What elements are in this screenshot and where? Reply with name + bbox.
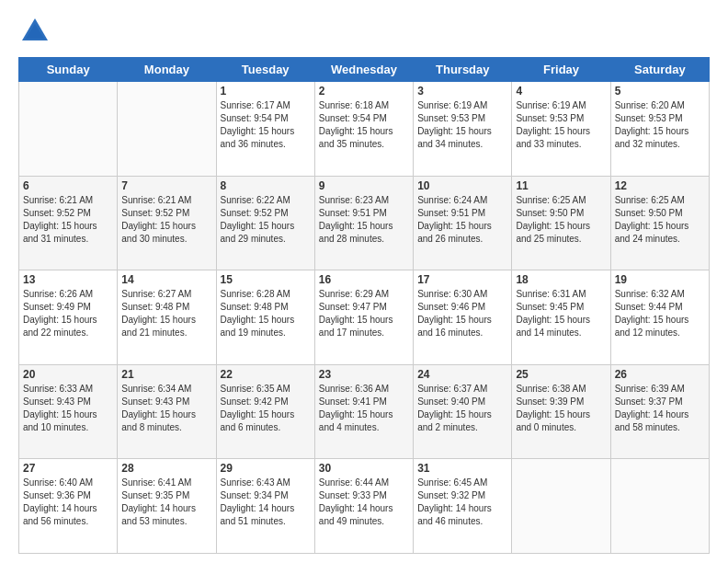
calendar-week-1: 1Sunrise: 6:17 AM Sunset: 9:54 PM Daylig…: [19, 82, 710, 177]
day-number: 11: [516, 179, 606, 192]
calendar-cell: 18Sunrise: 6:31 AM Sunset: 9:45 PM Dayli…: [512, 270, 610, 365]
day-number: 6: [23, 179, 113, 192]
day-number: 4: [516, 85, 606, 98]
calendar-cell: 9Sunrise: 6:23 AM Sunset: 9:51 PM Daylig…: [314, 176, 413, 270]
day-info: Sunrise: 6:43 AM Sunset: 9:34 PM Dayligh…: [221, 477, 311, 528]
calendar-cell: 16Sunrise: 6:29 AM Sunset: 9:47 PM Dayli…: [314, 270, 413, 365]
day-info: Sunrise: 6:39 AM Sunset: 9:37 PM Dayligh…: [615, 383, 705, 434]
day-number: 31: [417, 462, 507, 475]
calendar-table: SundayMondayTuesdayWednesdayThursdayFrid…: [18, 57, 710, 554]
calendar-week-4: 20Sunrise: 6:33 AM Sunset: 9:43 PM Dayli…: [19, 364, 710, 459]
calendar-cell: 31Sunrise: 6:45 AM Sunset: 9:32 PM Dayli…: [414, 459, 512, 554]
day-info: Sunrise: 6:31 AM Sunset: 9:45 PM Dayligh…: [516, 288, 606, 339]
day-info: Sunrise: 6:29 AM Sunset: 9:47 PM Dayligh…: [319, 288, 409, 339]
day-info: Sunrise: 6:22 AM Sunset: 9:52 PM Dayligh…: [221, 194, 311, 246]
calendar-cell: 6Sunrise: 6:21 AM Sunset: 9:52 PM Daylig…: [19, 176, 118, 270]
day-info: Sunrise: 6:21 AM Sunset: 9:52 PM Dayligh…: [23, 194, 113, 246]
day-number: 3: [417, 85, 507, 98]
calendar-cell: 26Sunrise: 6:39 AM Sunset: 9:37 PM Dayli…: [610, 364, 709, 459]
calendar-cell: 25Sunrise: 6:38 AM Sunset: 9:39 PM Dayli…: [512, 364, 610, 459]
day-number: 29: [221, 462, 311, 475]
day-number: 22: [221, 368, 311, 381]
day-info: Sunrise: 6:37 AM Sunset: 9:40 PM Dayligh…: [417, 383, 507, 434]
day-number: 23: [319, 368, 409, 381]
weekday-sunday: Sunday: [19, 58, 118, 82]
calendar-cell: 22Sunrise: 6:35 AM Sunset: 9:42 PM Dayli…: [216, 364, 314, 459]
logo-icon: [18, 15, 51, 48]
day-number: 13: [23, 273, 113, 286]
weekday-wednesday: Wednesday: [314, 58, 413, 82]
weekday-monday: Monday: [118, 58, 216, 82]
calendar-cell: [19, 82, 118, 177]
day-number: 27: [23, 462, 113, 475]
calendar-cell: 29Sunrise: 6:43 AM Sunset: 9:34 PM Dayli…: [216, 459, 314, 554]
calendar-cell: 12Sunrise: 6:25 AM Sunset: 9:50 PM Dayli…: [610, 176, 709, 270]
day-number: 21: [121, 368, 211, 381]
day-info: Sunrise: 6:26 AM Sunset: 9:49 PM Dayligh…: [23, 288, 113, 339]
day-number: 18: [516, 273, 606, 286]
day-info: Sunrise: 6:40 AM Sunset: 9:36 PM Dayligh…: [23, 477, 113, 528]
day-info: Sunrise: 6:19 AM Sunset: 9:53 PM Dayligh…: [516, 99, 606, 151]
day-info: Sunrise: 6:20 AM Sunset: 9:53 PM Dayligh…: [615, 99, 705, 151]
day-info: Sunrise: 6:32 AM Sunset: 9:44 PM Dayligh…: [615, 288, 705, 339]
day-number: 10: [417, 179, 507, 192]
day-info: Sunrise: 6:19 AM Sunset: 9:53 PM Dayligh…: [417, 99, 507, 151]
calendar-cell: 3Sunrise: 6:19 AM Sunset: 9:53 PM Daylig…: [414, 82, 512, 177]
day-number: 24: [417, 368, 507, 381]
day-info: Sunrise: 6:41 AM Sunset: 9:35 PM Dayligh…: [121, 477, 211, 528]
calendar-cell: 11Sunrise: 6:25 AM Sunset: 9:50 PM Dayli…: [512, 176, 610, 270]
calendar-cell: 23Sunrise: 6:36 AM Sunset: 9:41 PM Dayli…: [314, 364, 413, 459]
day-number: 2: [319, 85, 409, 98]
calendar-cell: [512, 459, 610, 554]
day-info: Sunrise: 6:30 AM Sunset: 9:46 PM Dayligh…: [417, 288, 507, 339]
calendar-week-5: 27Sunrise: 6:40 AM Sunset: 9:36 PM Dayli…: [19, 459, 710, 554]
calendar-cell: 4Sunrise: 6:19 AM Sunset: 9:53 PM Daylig…: [512, 82, 610, 177]
calendar-cell: 20Sunrise: 6:33 AM Sunset: 9:43 PM Dayli…: [19, 364, 118, 459]
day-info: Sunrise: 6:45 AM Sunset: 9:32 PM Dayligh…: [417, 477, 507, 528]
day-number: 12: [615, 179, 705, 192]
weekday-friday: Friday: [512, 58, 610, 82]
day-number: 20: [23, 368, 113, 381]
page: SundayMondayTuesdayWednesdayThursdayFrid…: [0, 0, 728, 563]
calendar-cell: [118, 82, 216, 177]
calendar-cell: 19Sunrise: 6:32 AM Sunset: 9:44 PM Dayli…: [610, 270, 709, 365]
calendar-cell: 13Sunrise: 6:26 AM Sunset: 9:49 PM Dayli…: [19, 270, 118, 365]
day-number: 1: [221, 85, 311, 98]
calendar-cell: 21Sunrise: 6:34 AM Sunset: 9:43 PM Dayli…: [118, 364, 216, 459]
day-info: Sunrise: 6:33 AM Sunset: 9:43 PM Dayligh…: [23, 383, 113, 434]
day-info: Sunrise: 6:38 AM Sunset: 9:39 PM Dayligh…: [516, 383, 606, 434]
calendar-cell: 2Sunrise: 6:18 AM Sunset: 9:54 PM Daylig…: [314, 82, 413, 177]
day-info: Sunrise: 6:25 AM Sunset: 9:50 PM Dayligh…: [516, 194, 606, 246]
calendar-cell: 7Sunrise: 6:21 AM Sunset: 9:52 PM Daylig…: [118, 176, 216, 270]
day-info: Sunrise: 6:25 AM Sunset: 9:50 PM Dayligh…: [615, 194, 705, 246]
calendar-cell: 1Sunrise: 6:17 AM Sunset: 9:54 PM Daylig…: [216, 82, 314, 177]
day-number: 9: [319, 179, 409, 192]
day-info: Sunrise: 6:34 AM Sunset: 9:43 PM Dayligh…: [121, 383, 211, 434]
day-number: 19: [615, 273, 705, 286]
calendar-cell: 10Sunrise: 6:24 AM Sunset: 9:51 PM Dayli…: [414, 176, 512, 270]
day-info: Sunrise: 6:24 AM Sunset: 9:51 PM Dayligh…: [417, 194, 507, 246]
calendar-cell: 28Sunrise: 6:41 AM Sunset: 9:35 PM Dayli…: [118, 459, 216, 554]
weekday-tuesday: Tuesday: [216, 58, 314, 82]
calendar-week-2: 6Sunrise: 6:21 AM Sunset: 9:52 PM Daylig…: [19, 176, 710, 270]
day-number: 14: [121, 273, 211, 286]
day-number: 15: [221, 273, 311, 286]
day-number: 17: [417, 273, 507, 286]
day-number: 7: [121, 179, 211, 192]
day-number: 30: [319, 462, 409, 475]
calendar-cell: 30Sunrise: 6:44 AM Sunset: 9:33 PM Dayli…: [314, 459, 413, 554]
day-info: Sunrise: 6:21 AM Sunset: 9:52 PM Dayligh…: [121, 194, 211, 246]
day-info: Sunrise: 6:35 AM Sunset: 9:42 PM Dayligh…: [221, 383, 311, 434]
day-number: 26: [615, 368, 705, 381]
weekday-saturday: Saturday: [610, 58, 709, 82]
calendar-cell: 14Sunrise: 6:27 AM Sunset: 9:48 PM Dayli…: [118, 270, 216, 365]
day-number: 5: [615, 85, 705, 98]
day-number: 8: [221, 179, 311, 192]
day-info: Sunrise: 6:17 AM Sunset: 9:54 PM Dayligh…: [221, 99, 311, 151]
day-info: Sunrise: 6:36 AM Sunset: 9:41 PM Dayligh…: [319, 383, 409, 434]
day-info: Sunrise: 6:27 AM Sunset: 9:48 PM Dayligh…: [121, 288, 211, 339]
day-number: 25: [516, 368, 606, 381]
day-info: Sunrise: 6:18 AM Sunset: 9:54 PM Dayligh…: [319, 99, 409, 151]
logo: [18, 15, 55, 48]
calendar-cell: 15Sunrise: 6:28 AM Sunset: 9:48 PM Dayli…: [216, 270, 314, 365]
